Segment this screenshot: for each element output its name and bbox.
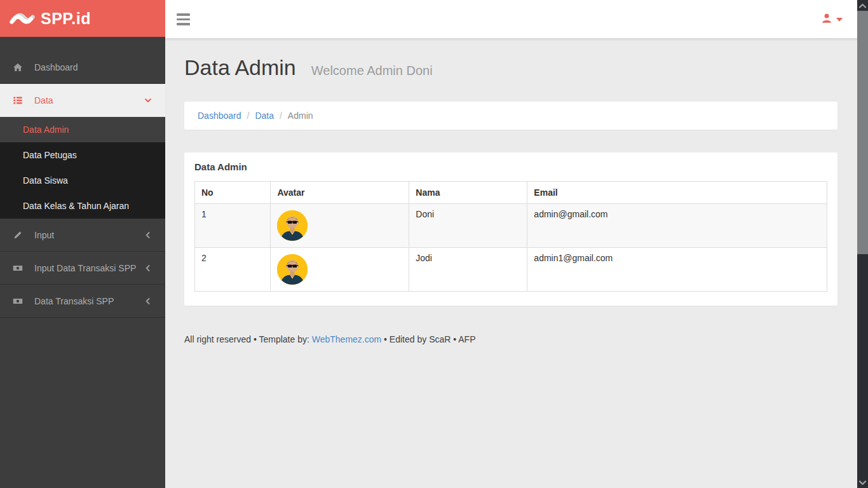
admin-table: No Avatar Nama Email 1 (194, 181, 827, 292)
cell-email: admin1@gmail.com (527, 248, 827, 292)
breadcrumb-separator: / (247, 111, 250, 121)
submenu-item-label: Data Siswa (23, 175, 68, 186)
sidebar-item-data-transaksi-spp[interactable]: Data Transaksi SPP (0, 285, 165, 318)
column-header-email: Email (527, 182, 827, 204)
chevron-left-icon (144, 297, 153, 306)
scroll-up-button[interactable] (857, 0, 868, 11)
cell-no: 1 (195, 204, 271, 248)
chevron-left-icon (144, 231, 153, 240)
menu-toggle-button[interactable] (177, 13, 190, 25)
submenu-item-data-siswa[interactable]: Data Siswa (0, 168, 165, 193)
list-icon (13, 95, 23, 105)
page-title: Data Admin (184, 55, 296, 80)
sidebar-item-label: Input (34, 230, 144, 240)
chevron-down-icon (144, 96, 153, 105)
breadcrumb: Dashboard / Data / Admin (184, 102, 837, 130)
page-subtitle: Welcome Admin Doni (311, 64, 433, 78)
person-icon (821, 13, 832, 24)
vertical-scrollbar[interactable] (857, 0, 868, 488)
breadcrumb-link-data[interactable]: Data (255, 111, 274, 121)
avatar-male-sunglasses-icon (277, 254, 308, 285)
table-row: 1 (195, 204, 827, 248)
sidebar-submenu-data: Data Admin Data Petugas Data Siswa Data … (0, 117, 165, 219)
topbar (165, 0, 857, 38)
chevron-left-icon (144, 264, 153, 273)
brand[interactable]: SPP.id (0, 0, 165, 37)
cell-avatar (271, 204, 409, 248)
column-header-avatar: Avatar (271, 182, 409, 204)
app-window: SPP.id Dashboard Data (0, 0, 868, 488)
sidebar-item-input-data-transaksi-spp[interactable]: Input Data Transaksi SPP (0, 252, 165, 285)
footer-text: • Edited by ScaR • AFP (381, 334, 475, 344)
breadcrumb-separator: / (280, 111, 282, 121)
cell-avatar (271, 248, 409, 292)
sidebar-item-data[interactable]: Data (0, 84, 165, 117)
cell-no: 2 (195, 248, 271, 292)
panel-title: Data Admin (194, 161, 827, 172)
avatar-male-sunglasses-icon (277, 210, 308, 241)
table-row: 2 (195, 248, 827, 292)
pencil-icon (13, 230, 23, 240)
page-content: Data Admin Welcome Admin Doni Dashboard … (165, 38, 857, 488)
sidebar-nav: Dashboard Data Data Admin (0, 37, 165, 318)
submenu-item-data-admin[interactable]: Data Admin (0, 117, 165, 142)
footer-link-webthemez[interactable]: WebThemez.com (312, 334, 381, 344)
footer: All right reserved • Template by: WebThe… (184, 334, 837, 344)
breadcrumb-current: Admin (288, 111, 313, 121)
main-area: Data Admin Welcome Admin Doni Dashboard … (165, 0, 857, 488)
table-header-row: No Avatar Nama Email (195, 182, 827, 204)
cell-email: admin@gmail.com (527, 204, 827, 248)
brand-name: SPP.id (41, 10, 91, 28)
page-head: Data Admin Welcome Admin Doni (184, 55, 837, 80)
column-header-no: No (195, 182, 271, 204)
submenu-item-label: Data Kelas & Tahun Ajaran (23, 201, 129, 211)
data-admin-panel: Data Admin No Avatar Nama Email 1 (184, 152, 837, 306)
scroll-down-button[interactable] (857, 477, 868, 488)
cell-nama: Doni (409, 204, 527, 248)
caret-down-icon (836, 18, 843, 22)
breadcrumb-link-dashboard[interactable]: Dashboard (198, 111, 241, 121)
submenu-item-data-kelas-tahun-ajaran[interactable]: Data Kelas & Tahun Ajaran (0, 193, 165, 219)
sidebar-item-label: Data (34, 95, 144, 105)
sidebar-item-input[interactable]: Input (0, 219, 165, 252)
sidebar-item-dashboard[interactable]: Dashboard (0, 51, 165, 84)
user-menu-button[interactable] (821, 13, 843, 24)
column-header-nama: Nama (409, 182, 527, 204)
money-icon (13, 296, 23, 306)
cell-nama: Jodi (409, 248, 527, 292)
home-icon (13, 62, 23, 72)
submenu-item-label: Data Petugas (23, 150, 77, 160)
sidebar-item-label: Data Transaksi SPP (34, 296, 144, 306)
sidebar-item-label: Input Data Transaksi SPP (34, 263, 144, 273)
footer-text: All right reserved • Template by: (184, 334, 312, 344)
scrollbar-thumb[interactable] (857, 11, 868, 254)
money-icon (13, 263, 23, 273)
submenu-item-label: Data Admin (23, 125, 69, 135)
brand-logo-icon (9, 8, 36, 29)
sidebar-item-label: Dashboard (34, 62, 153, 72)
submenu-item-data-petugas[interactable]: Data Petugas (0, 142, 165, 168)
sidebar: SPP.id Dashboard Data (0, 0, 165, 488)
